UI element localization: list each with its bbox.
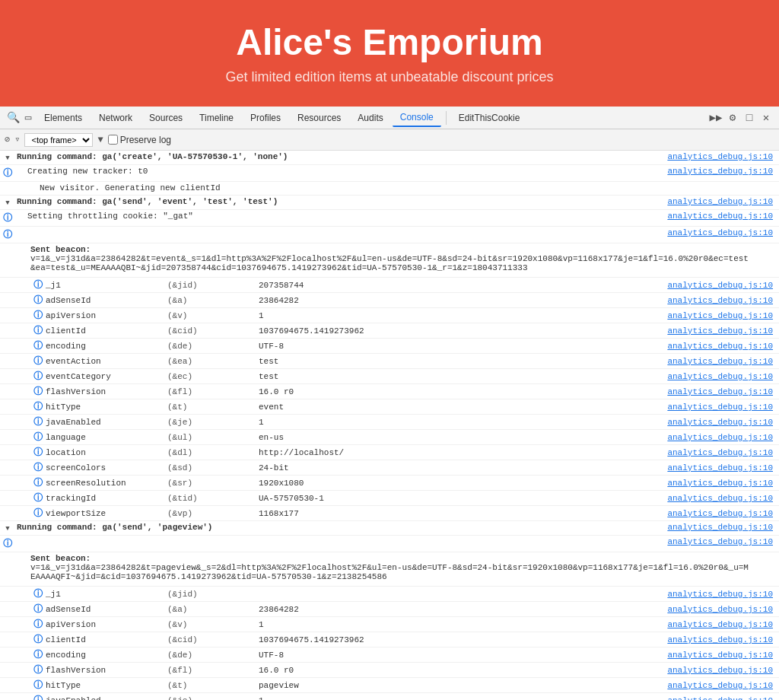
expand-icon-3[interactable] <box>0 523 15 533</box>
param-key: (&je) <box>167 696 259 700</box>
param-source[interactable]: analytics_debug.js:10 <box>657 620 779 629</box>
param-source[interactable]: analytics_debug.js:10 <box>657 479 779 488</box>
param-info-icon: ⓘ <box>30 663 46 676</box>
param-name: encoding <box>46 651 167 660</box>
preserve-log-checkbox[interactable] <box>108 135 118 145</box>
filter-icon[interactable]: ▿ <box>14 134 20 145</box>
param-row: ⓘ flashVersion (&fl) 16.0 r0 analytics_d… <box>0 663 779 678</box>
param-row: ⓘ hitType (&t) pageview analytics_debug.… <box>0 678 779 693</box>
magnify-icon[interactable]: 🔍 <box>6 111 20 125</box>
tab-elements[interactable]: Elements <box>37 110 90 126</box>
param-value: 207358744 <box>259 281 657 290</box>
param-source[interactable]: analytics_debug.js:10 <box>657 681 779 690</box>
preserve-log-label[interactable]: Preserve log <box>108 135 171 145</box>
param-info-icon: ⓘ <box>30 324 46 337</box>
tab-resources[interactable]: Resources <box>290 110 348 126</box>
param-source[interactable]: analytics_debug.js:10 <box>657 509 779 518</box>
param-source[interactable]: analytics_debug.js:10 <box>657 651 779 660</box>
param-key: (&tid) <box>167 494 259 503</box>
param-source[interactable]: analytics_debug.js:10 <box>657 605 779 614</box>
param-source[interactable]: analytics_debug.js:10 <box>657 372 779 381</box>
param-value: UTF-8 <box>259 651 657 660</box>
tab-console[interactable]: Console <box>393 109 441 127</box>
param-key: (&a) <box>167 605 259 614</box>
param-source[interactable]: analytics_debug.js:10 <box>657 326 779 336</box>
param-info-icon: ⓘ <box>30 431 46 444</box>
source-link-2[interactable]: analytics_debug.js:10 <box>657 167 779 176</box>
param-value: UA-57570530-1 <box>259 494 657 503</box>
no-entry-icon[interactable]: ⊘ <box>5 134 10 145</box>
param-name: screenResolution <box>46 479 167 488</box>
visitor-text: New visitor. Generating new clientId <box>15 183 657 192</box>
param-name: apiVersion <box>46 620 167 629</box>
param-source[interactable]: analytics_debug.js:10 <box>657 463 779 473</box>
param-value: 23864282 <box>259 605 657 614</box>
param-source[interactable]: analytics_debug.js:10 <box>657 402 779 412</box>
beacon-block-2: Sent beacon: v=1&_v=j31d&a=23864282&t=pa… <box>0 552 779 587</box>
source-link-5[interactable]: analytics_debug.js:10 <box>657 212 779 221</box>
param-source[interactable]: analytics_debug.js:10 <box>657 311 779 320</box>
param-source[interactable]: analytics_debug.js:10 <box>657 696 779 700</box>
param-info-icon: ⓘ <box>30 400 46 413</box>
device-icon[interactable]: ▭ <box>21 111 35 125</box>
source-link-1[interactable]: analytics_debug.js:10 <box>657 152 779 161</box>
frame-select[interactable]: <top frame> <box>24 133 93 147</box>
tab-timeline[interactable]: Timeline <box>192 110 241 126</box>
tab-sources[interactable]: Sources <box>141 110 190 126</box>
param-name: language <box>46 433 167 442</box>
source-link-6[interactable]: analytics_debug.js:10 <box>657 228 779 237</box>
param-row: ⓘ location (&dl) http://localhost/ analy… <box>0 445 779 460</box>
resize-icon[interactable]: □ <box>742 111 756 125</box>
beacon-value-1: v=1&_v=j31d&a=23864282&t=event&_s=1&dl=h… <box>30 254 749 272</box>
param-source[interactable]: analytics_debug.js:10 <box>657 433 779 442</box>
info-icon-3: ⓘ <box>0 228 15 241</box>
param-name: screenColors <box>46 463 167 473</box>
param-info-icon: ⓘ <box>30 679 46 692</box>
expand-icon-2[interactable] <box>0 197 15 208</box>
param-info-icon: ⓘ <box>30 648 46 661</box>
param-row: ⓘ eventAction (&ea) test analytics_debug… <box>0 354 779 369</box>
tab-audits[interactable]: Audits <box>350 110 390 126</box>
param-name: javaEnabled <box>46 418 167 427</box>
param-name: trackingId <box>46 494 167 503</box>
param-info-icon: ⓘ <box>30 476 46 489</box>
param-name: eventCategory <box>46 372 167 381</box>
param-source[interactable]: analytics_debug.js:10 <box>657 281 779 290</box>
param-key: (&ul) <box>167 433 259 442</box>
source-link-7[interactable]: analytics_debug.js:10 <box>657 523 779 532</box>
source-link-4[interactable]: analytics_debug.js:10 <box>657 197 779 206</box>
devtools-toolbar: 🔍 ▭ Elements Network Sources Timeline Pr… <box>0 107 779 129</box>
param-key: (&sr) <box>167 479 259 488</box>
tab-editthiscookie[interactable]: EditThisCookie <box>451 110 528 126</box>
expand-icon-1[interactable] <box>0 152 15 163</box>
param-info-icon: ⓘ <box>30 355 46 368</box>
tab-network[interactable]: Network <box>91 110 140 126</box>
param-value: 16.0 r0 <box>259 387 657 396</box>
param-key: (&t) <box>167 402 259 412</box>
param-row: ⓘ javaEnabled (&je) 1 analytics_debug.js… <box>0 693 779 700</box>
param-info-icon: ⓘ <box>30 492 46 504</box>
param-source[interactable]: analytics_debug.js:10 <box>657 590 779 599</box>
more-vert-icon[interactable]: ▶▶ <box>709 111 723 125</box>
param-row: ⓘ clientId (&cid) 1037694675.1419273962 … <box>0 632 779 648</box>
param-key: (&v) <box>167 620 259 629</box>
param-source[interactable]: analytics_debug.js:10 <box>657 635 779 644</box>
source-link-8[interactable]: analytics_debug.js:10 <box>657 537 779 546</box>
param-key: (&sd) <box>167 463 259 473</box>
param-name: clientId <box>46 326 167 336</box>
param-source[interactable]: analytics_debug.js:10 <box>657 342 779 351</box>
beacon-label-2: Sent beacon: <box>30 554 749 563</box>
param-source[interactable]: analytics_debug.js:10 <box>657 387 779 396</box>
param-source[interactable]: analytics_debug.js:10 <box>657 494 779 503</box>
param-row: ⓘ encoding (&de) UTF-8 analytics_debug.j… <box>0 339 779 354</box>
gear-icon[interactable]: ⚙ <box>726 111 739 125</box>
param-source[interactable]: analytics_debug.js:10 <box>657 357 779 366</box>
param-source[interactable]: analytics_debug.js:10 <box>657 418 779 427</box>
console-line-tracker: ⓘ Creating new tracker: t0 analytics_deb… <box>0 165 779 182</box>
param-source[interactable]: analytics_debug.js:10 <box>657 448 779 457</box>
console-line-throttle: ⓘ Setting throttling cookie: "_gat" anal… <box>0 210 779 227</box>
tab-profiles[interactable]: Profiles <box>243 110 288 126</box>
param-source[interactable]: analytics_debug.js:10 <box>657 296 779 305</box>
param-source[interactable]: analytics_debug.js:10 <box>657 666 779 675</box>
close-icon[interactable]: ✕ <box>759 111 773 125</box>
